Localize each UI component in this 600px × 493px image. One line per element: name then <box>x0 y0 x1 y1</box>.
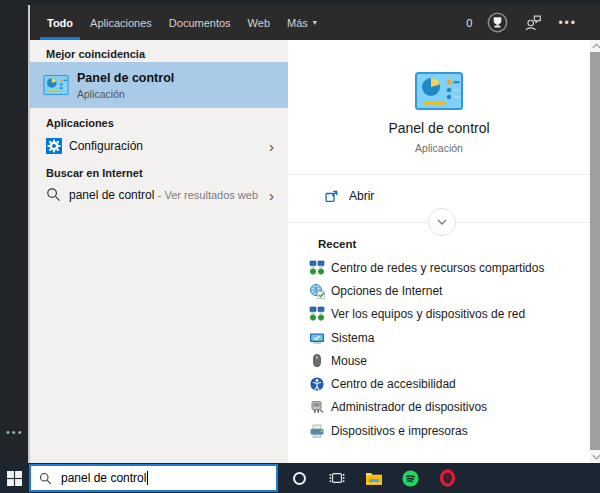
tab-web[interactable]: Web <box>248 5 270 40</box>
mouse-icon <box>309 353 325 369</box>
divider <box>288 174 590 175</box>
accessibility-icon <box>309 376 325 392</box>
tab-label: Aplicaciones <box>90 17 152 29</box>
folder-icon <box>365 471 383 486</box>
start-button[interactable] <box>0 463 29 493</box>
best-match-result[interactable]: Panel de control Aplicación <box>30 62 288 108</box>
devices-printers-icon <box>309 423 325 439</box>
system-icon <box>309 330 325 346</box>
preview-title: Panel de control <box>288 120 590 136</box>
recent-item-label: Centro de redes y recursos compartidos <box>331 261 544 275</box>
tab-documentos[interactable]: Documentos <box>169 5 231 40</box>
taskbar-search-input[interactable]: panel de control <box>29 464 278 492</box>
chevron-down-icon: ▾ <box>313 18 317 27</box>
expand-button[interactable] <box>428 208 456 236</box>
scroll-down-icon[interactable] <box>590 451 600 463</box>
tab-mas[interactable]: Más▾ <box>287 5 317 40</box>
tab-label: Todo <box>47 17 73 29</box>
recent-item[interactable]: Dispositivos e impresoras <box>288 419 590 442</box>
header-actions: 0 ••• <box>466 12 600 33</box>
result-configuracion[interactable]: Configuración › <box>30 133 288 159</box>
rewards-trophy-icon[interactable] <box>487 12 508 33</box>
device-manager-icon <box>309 399 325 415</box>
settings-gear-icon <box>46 138 62 154</box>
web-search-suffix: - Ver resultados web <box>158 189 258 201</box>
open-window-icon <box>324 189 339 204</box>
result-label: Configuración <box>69 139 143 153</box>
taskbar-icons <box>278 463 466 493</box>
control-panel-icon <box>43 75 69 95</box>
tab-label: Documentos <box>169 17 231 29</box>
preview-subtitle: Aplicación <box>288 142 590 154</box>
opera-button[interactable] <box>429 463 466 493</box>
search-icon <box>39 472 52 485</box>
chevron-right-icon[interactable]: › <box>269 139 274 154</box>
recent-item-label: Dispositivos e impresoras <box>331 424 468 438</box>
more-options-icon[interactable]: ••• <box>558 16 577 30</box>
recent-item[interactable]: Opciones de Internet <box>288 279 590 302</box>
spotify-button[interactable] <box>392 463 429 493</box>
control-panel-icon <box>415 72 463 114</box>
chevron-right-icon[interactable]: › <box>269 188 274 203</box>
windows-logo-icon <box>7 471 22 486</box>
recent-item[interactable]: Centro de accesibilidad <box>288 372 590 395</box>
scrollbar[interactable] <box>590 40 600 463</box>
network-icon <box>309 260 325 276</box>
recent-item-label: Ver los equipos y dispositivos de red <box>331 307 525 321</box>
best-match-text: Panel de control Aplicación <box>77 71 174 100</box>
chevron-down-icon <box>434 214 450 230</box>
tabs: Todo Aplicaciones Documentos Web Más▾ <box>30 5 317 40</box>
recent-item[interactable]: Sistema <box>288 326 590 349</box>
tab-aplicaciones[interactable]: Aplicaciones <box>90 5 152 40</box>
best-match-title: Panel de control <box>77 71 174 85</box>
text-caret <box>147 471 148 485</box>
recent-item-label: Administrador de dispositivos <box>331 400 487 414</box>
tab-label: Web <box>248 17 270 29</box>
cortana-button[interactable] <box>281 463 318 493</box>
section-header-best-match: Mejor coincidencia <box>30 48 145 60</box>
open-action[interactable]: Abrir <box>288 182 590 210</box>
task-view-icon <box>329 470 345 486</box>
result-label: panel de control - Ver resultados web <box>69 188 258 202</box>
desktop-overflow-dots-icon[interactable]: ••• <box>6 426 24 438</box>
taskbar: panel de control <box>0 463 600 493</box>
internet-options-icon <box>309 283 325 299</box>
recent-list: Centro de redes y recursos compartidos O… <box>288 256 590 442</box>
tab-label: Más <box>287 17 308 29</box>
search-flyout: Todo Aplicaciones Documentos Web Más▾ 0 <box>28 5 600 463</box>
task-view-button[interactable] <box>318 463 355 493</box>
recent-item[interactable]: Centro de redes y recursos compartidos <box>288 256 590 279</box>
recent-header: Recent <box>318 238 356 250</box>
rewards-count: 0 <box>466 17 472 29</box>
result-web-search[interactable]: panel de control - Ver resultados web › <box>30 182 288 208</box>
section-header-web-search: Buscar en Internet <box>30 167 143 179</box>
best-match-subtitle: Aplicación <box>77 88 174 100</box>
web-search-query: panel de control <box>69 188 154 202</box>
scroll-up-icon[interactable] <box>590 40 600 52</box>
feedback-person-icon[interactable] <box>523 13 543 33</box>
search-tabs-bar: Todo Aplicaciones Documentos Web Más▾ 0 <box>30 5 600 40</box>
recent-item-label: Sistema <box>331 331 374 345</box>
recent-item-label: Mouse <box>331 354 367 368</box>
recent-item-label: Centro de accesibilidad <box>331 377 456 391</box>
recent-item[interactable]: Ver los equipos y dispositivos de red <box>288 303 590 326</box>
spotify-icon <box>402 470 419 487</box>
recent-item[interactable]: Mouse <box>288 349 590 372</box>
file-explorer-button[interactable] <box>355 463 392 493</box>
recent-item-label: Opciones de Internet <box>331 284 442 298</box>
results-panel: Mejor coincidencia Panel de control <box>30 40 288 463</box>
cortana-icon <box>293 472 306 485</box>
section-header-apps: Aplicaciones <box>30 117 114 129</box>
hero-icon-wrap <box>288 72 590 114</box>
search-input-value: panel de control <box>61 471 146 485</box>
scrollbar-thumb[interactable] <box>590 52 600 450</box>
opera-icon <box>439 469 456 487</box>
recent-item[interactable]: Administrador de dispositivos <box>288 396 590 419</box>
tab-todo[interactable]: Todo <box>47 5 73 40</box>
preview-panel: Panel de control Aplicación Abrir Recent <box>288 40 600 463</box>
open-label: Abrir <box>349 189 374 203</box>
search-icon <box>46 187 62 203</box>
network-icon <box>309 306 325 322</box>
